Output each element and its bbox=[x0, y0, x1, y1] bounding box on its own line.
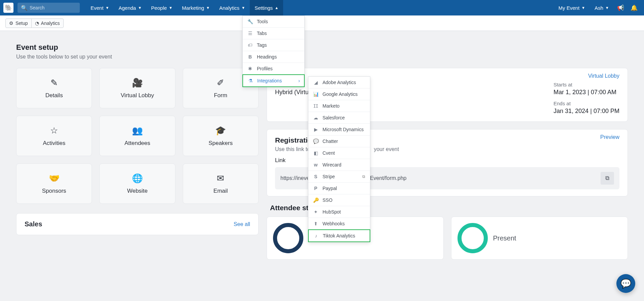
page-title: Event setup bbox=[16, 43, 628, 52]
people-icon: 👥 bbox=[132, 125, 143, 136]
nav-right: My Event▼ Ash▼ 📢 🔔 bbox=[554, 0, 641, 15]
copy-link-button[interactable]: ⧉ bbox=[601, 172, 614, 185]
tile-email[interactable]: ✉Email bbox=[183, 163, 259, 204]
handshake-icon: 🤝 bbox=[49, 173, 60, 184]
chat-icon: 💬 bbox=[313, 139, 318, 144]
search-input[interactable] bbox=[30, 5, 76, 10]
preview-link[interactable]: Preview bbox=[600, 134, 619, 140]
integration-paypal[interactable]: PPaypal bbox=[308, 183, 370, 194]
sales-card: Sales See all bbox=[16, 213, 259, 235]
settings-menu-tags[interactable]: 🏷Tags bbox=[243, 39, 304, 51]
nav-item-event[interactable]: Event▼ bbox=[86, 0, 114, 15]
nav-item-marketing[interactable]: Marketing▼ bbox=[177, 0, 214, 15]
chevron-down-icon: ▼ bbox=[169, 6, 173, 10]
setup-tab-button[interactable]: ⚙Setup bbox=[5, 18, 32, 28]
chevron-up-icon: ▲ bbox=[275, 6, 278, 10]
secondary-bar: ⚙Setup ◔Analytics bbox=[0, 15, 644, 31]
integration-marketo[interactable]: ⵊⵊMarketo bbox=[308, 100, 370, 112]
nav-item-agenda[interactable]: Agenda▼ bbox=[114, 0, 146, 15]
settings-dropdown: 🔧Tools ☰Tabs 🏷Tags BHeadings ✱Profiles ⚗… bbox=[242, 15, 305, 87]
integration-hubspot[interactable]: ✦HubSpot bbox=[308, 206, 370, 218]
hubspot-icon: ✦ bbox=[313, 209, 318, 215]
integration-salesforce[interactable]: ☁Salesforce bbox=[308, 112, 370, 124]
virtual-lobby-link[interactable]: Virtual Lobby bbox=[588, 73, 619, 79]
asterisk-icon: ✱ bbox=[247, 66, 253, 71]
stat-card-present: Present bbox=[451, 217, 628, 260]
tile-sponsors[interactable]: 🤝Sponsors bbox=[16, 163, 92, 204]
nav-user[interactable]: Ash▼ bbox=[590, 0, 614, 15]
nav-my-event[interactable]: My Event▼ bbox=[554, 0, 590, 15]
stripe-icon: S bbox=[313, 174, 318, 179]
settings-menu-integrations[interactable]: ⚗Integrations› bbox=[242, 74, 305, 87]
nav-items: Event▼ Agenda▼ People▼ Marketing▼ Analyt… bbox=[86, 0, 283, 15]
integration-stripe[interactable]: SStripe⧉ bbox=[308, 171, 370, 183]
marketo-icon: ⵊⵊ bbox=[313, 103, 318, 109]
tile-virtual-lobby[interactable]: 🎥Virtual Lobby bbox=[99, 68, 175, 108]
integration-cvent[interactable]: ◧Cvent bbox=[308, 147, 370, 159]
analytics-tab-button[interactable]: ◔Analytics bbox=[31, 18, 64, 28]
dynamics-icon: ▶ bbox=[313, 127, 318, 132]
present-label: Present bbox=[493, 234, 516, 242]
tile-details[interactable]: ✎Details bbox=[16, 68, 92, 108]
tile-website[interactable]: 🌐Website bbox=[99, 163, 175, 204]
chevron-down-icon: ▼ bbox=[241, 6, 245, 10]
ends-at-value: Jan 31, 2024 | 07:00 PM bbox=[553, 108, 619, 115]
chevron-down-icon: ▼ bbox=[581, 6, 585, 10]
integration-webhooks[interactable]: ⬆Webhooks bbox=[308, 218, 370, 230]
event-mode-value: Hybrid (Virtua bbox=[275, 89, 312, 96]
integration-tiktok-analytics[interactable]: ♪Tiktok Analytics bbox=[308, 229, 370, 242]
nav-item-analytics[interactable]: Analytics▼ bbox=[214, 0, 250, 15]
upload-icon: ⬆ bbox=[313, 221, 318, 226]
notifications-icon[interactable]: 🔔 bbox=[627, 0, 641, 15]
tile-attendees[interactable]: 👥Attendees bbox=[99, 116, 175, 156]
app-logo[interactable]: 🐘 bbox=[3, 3, 13, 13]
top-nav: 🐘 🔍 Event▼ Agenda▼ People▼ Marketing▼ An… bbox=[0, 0, 644, 15]
chevron-down-icon: ▼ bbox=[138, 6, 142, 10]
wrench-icon: 🔧 bbox=[247, 19, 253, 24]
search-box[interactable]: 🔍 bbox=[18, 3, 80, 13]
nav-item-people[interactable]: People▼ bbox=[146, 0, 177, 15]
setup-tiles-grid: ✎Details 🎥Virtual Lobby ✐Form ☆Activitie… bbox=[16, 68, 259, 204]
integration-google-analytics[interactable]: 📊Google Analytics bbox=[308, 88, 370, 100]
pencil-icon: ✎ bbox=[50, 78, 58, 88]
video-gear-icon: 🎥 bbox=[132, 78, 143, 88]
chevron-down-icon: ▼ bbox=[605, 6, 609, 10]
flask-icon: ⚗ bbox=[248, 78, 253, 83]
graduation-icon: 🎓 bbox=[215, 125, 226, 136]
pie-chart-icon: ◔ bbox=[35, 21, 39, 26]
integrations-dropdown: ◢Adobe Analytics 📊Google Analytics ⵊⵊMar… bbox=[308, 76, 370, 242]
integration-wirecard[interactable]: wWirecard bbox=[308, 159, 370, 171]
wirecard-icon: w bbox=[313, 162, 318, 167]
settings-menu-tools[interactable]: 🔧Tools bbox=[243, 16, 304, 28]
integration-sso[interactable]: 🔑SSO bbox=[308, 194, 370, 206]
chevron-down-icon: ▼ bbox=[206, 6, 210, 10]
chevron-down-icon: ▼ bbox=[105, 6, 109, 10]
tag-icon: 🏷 bbox=[247, 42, 253, 48]
ends-at-label: Ends at bbox=[553, 101, 619, 106]
tile-speakers[interactable]: 🎓Speakers bbox=[183, 116, 259, 156]
starts-at-value: Mar 1, 2023 | 07:00 AM bbox=[553, 89, 619, 96]
integration-adobe-analytics[interactable]: ◢Adobe Analytics bbox=[308, 77, 370, 88]
announcements-icon[interactable]: 📢 bbox=[614, 0, 627, 15]
integration-microsoft-dynamics[interactable]: ▶Microsoft Dynamics bbox=[308, 124, 370, 136]
paypal-icon: P bbox=[313, 186, 318, 191]
key-icon: 🔑 bbox=[313, 197, 318, 203]
donut-chart-2 bbox=[457, 223, 488, 253]
sales-title: Sales bbox=[25, 220, 42, 228]
starts-at-label: Starts at bbox=[553, 82, 619, 87]
search-icon: 🔍 bbox=[21, 5, 28, 11]
donut-chart-1 bbox=[273, 223, 303, 253]
nav-item-settings[interactable]: Settings▲ bbox=[250, 0, 283, 15]
copy-icon: ⧉ bbox=[605, 175, 609, 182]
integration-chatter[interactable]: 💬Chatter bbox=[308, 136, 370, 147]
settings-menu-tabs[interactable]: ☰Tabs bbox=[243, 28, 304, 39]
external-link-icon: ⧉ bbox=[362, 174, 365, 179]
tile-activities[interactable]: ☆Activities bbox=[16, 116, 92, 156]
settings-menu-headings[interactable]: BHeadings bbox=[243, 51, 304, 63]
form-icon: ✐ bbox=[217, 78, 224, 88]
globe-icon: 🌐 bbox=[132, 173, 143, 184]
sales-see-all-link[interactable]: See all bbox=[234, 221, 250, 227]
settings-menu-profiles[interactable]: ✱Profiles bbox=[243, 63, 304, 75]
cvent-icon: ◧ bbox=[313, 150, 318, 156]
chevron-right-icon: › bbox=[298, 78, 300, 83]
